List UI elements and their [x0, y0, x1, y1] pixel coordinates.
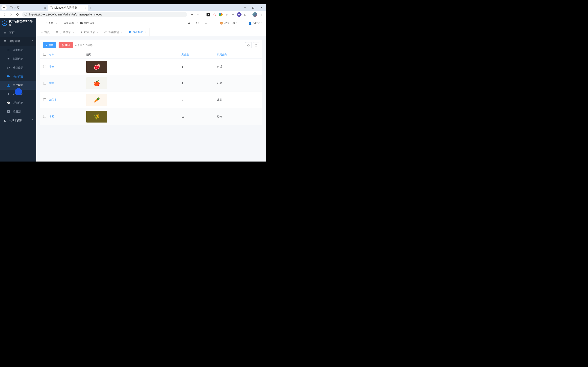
table-row: 苹果🍎4水果: [40, 75, 262, 92]
row-thumbnail[interactable]: 🥕: [86, 94, 107, 106]
sidebar-section-auth[interactable]: ◐ 认证和授权 ˅: [0, 116, 36, 125]
page-tab[interactable]: ☰分类信息×: [53, 28, 77, 36]
fullscreen-button[interactable]: ⛶: [195, 22, 200, 25]
home-icon: ⌂: [41, 31, 43, 34]
sidebar-item[interactable]: 💬评论信息: [0, 99, 36, 107]
bookmark-star-icon[interactable]: ☆: [196, 13, 200, 17]
profile-avatar[interactable]: [252, 12, 257, 17]
theme-button[interactable]: 🎨 改变主题 ˅: [220, 21, 237, 25]
sidebar-item[interactable]: 🏷标签信息: [0, 63, 36, 72]
page-tab[interactable]: ★收藏信息×: [77, 28, 101, 36]
row-name-link[interactable]: 牛肉: [49, 65, 86, 68]
font-button[interactable]: A: [186, 22, 192, 25]
row-checkbox[interactable]: [43, 99, 46, 101]
url-bar[interactable]: ⓘ http://127.0.0.1:8000/admin/#/admin/in…: [22, 12, 187, 17]
add-button[interactable]: + 增加: [43, 42, 56, 48]
table-row: 胡萝卜🥕6蔬菜: [40, 92, 262, 108]
row-thumbnail[interactable]: 🍎: [86, 77, 107, 89]
star-icon: ★: [7, 92, 10, 96]
sidebar-section-info[interactable]: ☰ 信息管理 ˄: [0, 37, 36, 46]
menu-toggle-button[interactable]: [40, 22, 43, 25]
row-name-link[interactable]: 苹果: [49, 82, 86, 85]
close-window-button[interactable]: [258, 4, 266, 11]
refresh-button[interactable]: [245, 42, 252, 48]
row-checkbox[interactable]: [43, 82, 46, 84]
row-name-link[interactable]: 胡萝卜: [49, 98, 86, 102]
extension-icon[interactable]: ✳: [231, 13, 235, 17]
chat-icon: 💬: [7, 101, 10, 104]
sidebar-label: 用户信息: [13, 83, 23, 87]
list-icon: ☰: [7, 49, 10, 52]
breadcrumb-section[interactable]: ☰ 信息管理: [60, 21, 74, 25]
close-icon[interactable]: ×: [72, 31, 74, 34]
breadcrumb-page: ⛟ 物品信息: [80, 21, 95, 25]
data-table: 名称 图片 浏览量 所属分类 牛肉🥩4肉类苹果🍎4水果胡萝卜🥕6蔬菜水稻🌾11谷…: [40, 51, 262, 125]
extension-icon[interactable]: ◯: [213, 13, 216, 17]
close-icon[interactable]: ×: [44, 6, 46, 9]
sidebar-item[interactable]: ☰分类信息: [0, 46, 36, 54]
column-header-image: 图片: [86, 53, 182, 56]
home-button[interactable]: ⌂: [203, 22, 209, 25]
sidebar-item[interactable]: ★评分信息: [0, 90, 36, 99]
extension-icon[interactable]: ◎: [225, 13, 229, 17]
close-icon[interactable]: ×: [145, 31, 147, 33]
header: ⌂ 首页 / ☰ 信息管理 / ⛟ 物品信息 A ⛶ ⌂: [36, 18, 266, 28]
minimize-button[interactable]: [241, 4, 249, 11]
close-icon[interactable]: ×: [84, 6, 86, 9]
back-button[interactable]: [1, 12, 7, 17]
page-tab[interactable]: ⌂首页: [38, 28, 53, 36]
extension-icon[interactable]: [219, 13, 223, 17]
sidebar-item[interactable]: ★收藏信息: [0, 54, 36, 63]
list-icon: ☰: [56, 31, 59, 34]
forward-button[interactable]: [8, 12, 14, 17]
chrome-menu-icon[interactable]: ⋮: [259, 13, 263, 17]
globe-icon: [50, 6, 53, 9]
shield-icon: ◐: [3, 119, 7, 122]
reload-button[interactable]: [15, 12, 20, 17]
column-header-category[interactable]: 所属分类: [217, 53, 259, 56]
close-icon[interactable]: ×: [96, 31, 98, 34]
page-tab[interactable]: 🏷标签信息×: [101, 28, 126, 36]
export-button[interactable]: [253, 42, 259, 48]
delete-button[interactable]: 🗑 删除: [59, 42, 73, 48]
tab-search-button[interactable]: [1, 5, 7, 10]
extensions-menu-icon[interactable]: ⬚: [243, 13, 247, 17]
app-logo[interactable]: ∞ 农产品管理与推荐平台: [0, 18, 36, 28]
tab-label: 分类信息: [60, 31, 71, 34]
sidebar-label: 评分信息: [13, 92, 23, 96]
site-info-icon[interactable]: ⓘ: [25, 13, 27, 16]
column-header-views[interactable]: 浏览量: [182, 53, 217, 56]
home-icon: ⌂: [3, 31, 7, 34]
new-tab-button[interactable]: +: [88, 6, 93, 11]
page-tab[interactable]: ⛟物品信息×: [125, 28, 150, 36]
maximize-button[interactable]: [249, 4, 258, 11]
close-icon[interactable]: ×: [121, 31, 122, 34]
password-icon[interactable]: ⊶: [190, 13, 194, 17]
truck-icon: ⛟: [80, 22, 83, 25]
sidebar-item-home[interactable]: ⌂ 首页: [0, 28, 36, 37]
row-thumbnail[interactable]: 🌾: [86, 111, 107, 123]
breadcrumb-separator: /: [77, 22, 78, 25]
sidebar-label: 分类信息: [13, 48, 23, 52]
user-menu-button[interactable]: 👤 admin ˅: [249, 22, 262, 25]
row-name-link[interactable]: 水稻: [49, 115, 86, 118]
row-thumbnail[interactable]: 🥩: [86, 61, 107, 73]
chevron-down-icon: ˅: [261, 22, 262, 25]
sidebar-item[interactable]: 👤用户信息: [0, 81, 36, 90]
sidebar-item[interactable]: ⛟物品信息: [0, 72, 36, 81]
row-checkbox[interactable]: [43, 115, 46, 118]
extension-icon[interactable]: ■: [207, 13, 210, 17]
row-category: 蔬菜: [217, 98, 259, 102]
tab-label: 首页: [44, 31, 50, 34]
select-all-checkbox[interactable]: [43, 53, 46, 56]
svg-rect-1: [252, 7, 254, 8]
extension-icon[interactable]: ◆: [236, 12, 242, 17]
sidebar-item[interactable]: 🖼轮播图: [0, 107, 36, 116]
sidebar-label: 标签信息: [13, 66, 23, 69]
column-header-name[interactable]: 名称: [49, 53, 86, 56]
breadcrumb-home[interactable]: ⌂ 首页: [45, 21, 54, 25]
browser-tab-inactive[interactable]: 首页 ×: [8, 5, 48, 11]
row-checkbox[interactable]: [43, 65, 46, 68]
browser-tab-active[interactable]: Django 站点管理员 ×: [48, 5, 88, 11]
table-header: 名称 图片 浏览量 所属分类: [40, 51, 262, 58]
